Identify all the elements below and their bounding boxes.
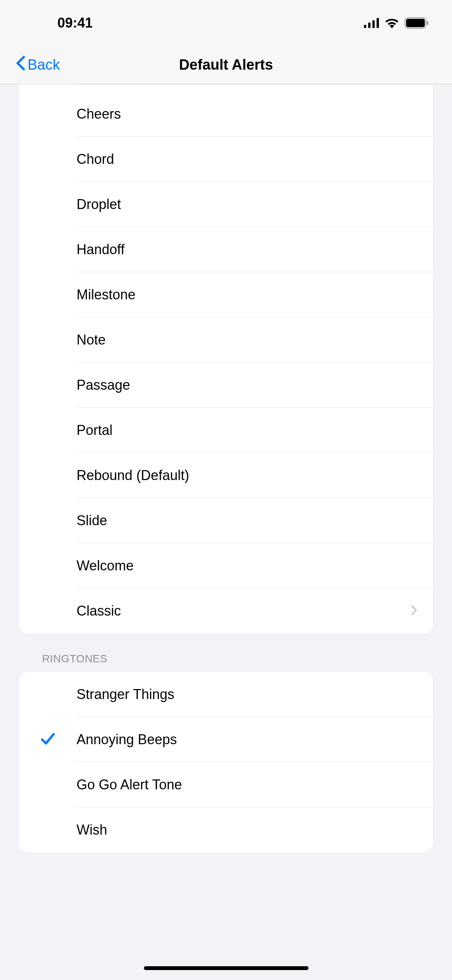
list-item-label: Note: [77, 332, 418, 348]
svg-rect-1: [368, 23, 370, 28]
list-item[interactable]: Handoff: [19, 227, 433, 272]
alert-tones-list: CheersChordDropletHandoffMilestoneNotePa…: [19, 84, 433, 634]
chevron-left-icon: [15, 56, 25, 74]
checkmark-icon: [41, 732, 55, 747]
battery-icon: [405, 17, 429, 29]
list-item-label: Handoff: [77, 242, 418, 258]
chevron-right-icon: [411, 604, 418, 617]
list-item-label: Welcome: [77, 558, 418, 574]
list-item[interactable]: Chord: [19, 137, 433, 182]
list-item-label: Droplet: [77, 196, 418, 212]
list-item[interactable]: Rebound (Default): [19, 453, 433, 498]
list-item-label: Passage: [77, 377, 418, 393]
svg-rect-0: [364, 25, 366, 28]
list-item-label: Annoying Beeps: [77, 732, 418, 748]
cellular-signal-icon: [364, 18, 379, 28]
svg-rect-6: [427, 21, 428, 25]
list-item[interactable]: Note: [19, 317, 433, 363]
list-item-label: Rebound (Default): [77, 467, 418, 483]
list-item[interactable]: Wish: [19, 807, 433, 853]
list-item[interactable]: Classic: [19, 588, 433, 634]
list-item-label: Wish: [77, 822, 418, 838]
status-icons: [364, 17, 429, 29]
list-item-label: Portal: [77, 422, 418, 438]
svg-rect-3: [377, 18, 379, 28]
list-item-label: Cheers: [77, 106, 418, 122]
back-label: Back: [28, 57, 60, 73]
content-area: CheersChordDropletHandoffMilestoneNotePa…: [0, 84, 452, 868]
ringtones-list: Stranger ThingsAnnoying BeepsGo Go Alert…: [19, 672, 433, 853]
svg-rect-2: [372, 20, 375, 28]
list-item[interactable]: Portal: [19, 408, 433, 453]
status-time: 09:41: [57, 15, 93, 31]
list-item[interactable]: Welcome: [19, 543, 433, 588]
ringtones-section-header: RINGTONES: [19, 634, 433, 672]
list-item[interactable]: Cheers: [19, 91, 433, 137]
wifi-icon: [385, 18, 399, 28]
list-item-label: Milestone: [77, 287, 418, 303]
list-item[interactable]: Annoying Beeps: [19, 717, 433, 762]
back-button[interactable]: Back: [15, 56, 60, 74]
list-item[interactable]: Passage: [19, 363, 433, 408]
page-title: Default Alerts: [179, 57, 273, 73]
list-item[interactable]: Stranger Things: [19, 672, 433, 717]
home-indicator[interactable]: [144, 966, 308, 970]
list-item[interactable]: Go Go Alert Tone: [19, 762, 433, 807]
list-item-label: Chord: [77, 151, 418, 167]
list-item-label: Slide: [77, 513, 418, 529]
list-item-label: Classic: [77, 603, 411, 619]
navigation-bar: Back Default Alerts: [0, 46, 452, 84]
list-item-label: Stranger Things: [77, 686, 418, 702]
list-item[interactable]: Milestone: [19, 272, 433, 317]
status-bar: 09:41: [0, 0, 452, 46]
list-item[interactable]: Slide: [19, 498, 433, 543]
svg-rect-5: [406, 19, 425, 27]
list-item-label: Go Go Alert Tone: [77, 777, 418, 793]
list-item[interactable]: Droplet: [19, 182, 433, 227]
checkmark-column: [19, 732, 77, 747]
